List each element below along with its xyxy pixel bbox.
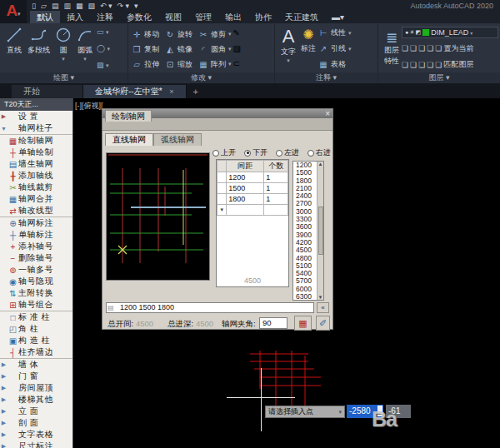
scroll-down-icon[interactable]: ▼ [318, 295, 323, 300]
draw-panel-label[interactable]: 绘图 ▾ [0, 72, 128, 83]
sidebar-item[interactable]: ▦绘制轴网 [0, 135, 72, 147]
sidebar-item[interactable]: ▶立 面 [0, 406, 72, 417]
layers-panel-label[interactable]: 图层 ▾ [378, 72, 500, 83]
table-row[interactable]: 1500 1 [218, 183, 288, 194]
match-layer-button[interactable]: ❏❏❏❏❏ 匹配图层 [402, 58, 498, 71]
text-button[interactable]: A 文字 ▾ [278, 25, 298, 72]
sidebar-item[interactable]: ▶房间屋顶 [0, 382, 72, 394]
dialog-title-tab[interactable]: 绘制轴网 [105, 110, 152, 122]
new-drawing-button[interactable]: + [193, 85, 198, 98]
sidebar-item[interactable]: ▣构 造 柱 [0, 335, 72, 346]
count-cell[interactable]: 1 [264, 183, 288, 194]
annotation-panel-label[interactable]: 注释 ▾ [275, 72, 378, 83]
ribbon-tab[interactable]: 管理 [188, 11, 218, 23]
list-scrollbar[interactable]: ▲ ▼ [317, 162, 323, 300]
sidebar-item[interactable]: −删除轴号 [0, 252, 72, 264]
modify-tool-button[interactable]: ▦阵列▾ [198, 57, 232, 72]
dimension-button[interactable]: ✺ 标注 [298, 25, 318, 72]
sidebar-item[interactable]: ⇅主附转换 [0, 287, 72, 299]
chevron-down-icon[interactable]: ▾ [83, 56, 87, 62]
ribbon-tab[interactable]: 天正建筑 [278, 11, 325, 23]
sidebar-item[interactable]: ▶文字表格 [0, 429, 72, 441]
chevron-down-icon[interactable]: ▾ [62, 56, 65, 62]
grid-type-tab[interactable]: 弧线轴网 [153, 133, 202, 146]
sidebar-item[interactable]: ⊚一轴多号 [0, 264, 72, 276]
close-icon[interactable]: × [169, 87, 173, 96]
modify-tool-button[interactable]: ↻旋转 [165, 27, 195, 42]
modify-tool-button[interactable]: ▱拉伸 [132, 57, 162, 72]
sidebar-item[interactable]: ⊞轴号组合 [0, 299, 72, 311]
annotation-tool-button[interactable]: ↗引线▾ [318, 43, 352, 54]
line-button[interactable]: 直线 [3, 25, 25, 72]
annotation-tool-button[interactable]: ▦表格 [318, 59, 352, 70]
grid-angle-input[interactable]: 90 [259, 317, 288, 329]
spacing-key-input[interactable]: 1200 1500 1800 [106, 302, 314, 313]
ribbon-tab[interactable]: 输出 [218, 11, 248, 23]
ribbon-tab[interactable]: 视图 [158, 11, 188, 23]
sidebar-item[interactable]: ▶楼梯其他 [0, 394, 72, 406]
spacing-cell[interactable]: 1500 [227, 183, 264, 194]
modify-tool-button[interactable]: ⊡缩放 [165, 57, 195, 72]
set-current-layer-button[interactable]: ❏❏❏❏❏ 置为当前 [402, 42, 498, 55]
spacing-cell[interactable]: 1200 [227, 172, 264, 183]
pick-point-button[interactable]: ✐ [316, 316, 330, 331]
sidebar-item[interactable]: +添补轴号 [0, 241, 72, 252]
direction-radio[interactable]: 下开 [244, 147, 268, 158]
ribbon-tab[interactable]: 协作 [248, 11, 278, 23]
modify-extra-icon[interactable]: ✎ [233, 28, 241, 38]
draw-grid-ok-button[interactable]: ▦ [294, 316, 312, 331]
draw-extra-icon[interactable]: ▭ ▾ [97, 27, 110, 37]
modify-extra-icon[interactable]: ⊂ [233, 59, 241, 69]
polyline-button[interactable]: 多段线 [25, 25, 52, 72]
viewport-controls-label[interactable]: [-][俯视][ [75, 101, 103, 112]
count-cell[interactable]: 1 [264, 194, 288, 205]
sidebar-item[interactable]: ┼单轴标注 [0, 229, 72, 241]
ribbon-tab[interactable]: 默认 [30, 11, 60, 23]
list-value[interactable]: 6300 [293, 293, 318, 301]
table-row[interactable]: 1800 1 [218, 194, 288, 205]
axis-grid-preview[interactable] [106, 152, 210, 281]
modify-tool-button[interactable]: ✛移动 [132, 27, 162, 42]
sidebar-item[interactable]: ⊕轴网标注 [0, 217, 72, 229]
key-input-expand-button[interactable]: « [317, 302, 329, 313]
sidebar-item[interactable]: ┤柱齐墙边 [0, 346, 72, 358]
layer-dropdown[interactable]: ●☀◩ DIM_LEAD ▾ [402, 27, 498, 38]
direction-radio[interactable]: 左进 [276, 147, 299, 158]
row-dropdown-icon[interactable]: ▼ [218, 205, 227, 216]
layer-properties-button[interactable]: ≣ 图层 特性 [382, 25, 402, 72]
ribbon-tab[interactable]: 参数化 [120, 11, 158, 23]
application-menu-button[interactable]: A▾ [0, 0, 27, 23]
table-row[interactable]: 1200 1 [218, 172, 288, 183]
sidebar-item[interactable]: ▶设 置 [0, 111, 72, 122]
start-tab[interactable]: 开始 [12, 85, 83, 98]
scroll-up-icon[interactable]: ▲ [318, 162, 323, 167]
sidebar-item[interactable]: ╂添加轴线 [0, 170, 72, 182]
grid-type-tab[interactable]: 直线轴网 [105, 133, 153, 146]
sidebar-item[interactable]: ▶尺寸标注 [0, 441, 72, 448]
direction-radio[interactable]: 上开 [212, 147, 236, 158]
sidebar-item[interactable]: ✂轴线裁剪 [0, 182, 72, 193]
ribbon-tab[interactable]: 注释 [90, 11, 120, 23]
annotation-tool-button[interactable]: ⊢线性▾ [318, 27, 352, 38]
drawing-tab[interactable]: 金城华府--左中堂* × [83, 85, 187, 98]
spacing-cell[interactable]: 1800 [227, 194, 264, 205]
ribbon-tab[interactable]: 插入 [60, 11, 90, 23]
modify-tool-button[interactable]: ❐复制 [132, 42, 162, 57]
draw-extra-icon[interactable]: ◯ ▾ [97, 44, 110, 53]
sidebar-item[interactable]: ⇄轴改线型 [0, 205, 72, 217]
sidebar-item[interactable]: ◉轴号隐现 [0, 276, 72, 287]
sidebar-item[interactable]: ▼轴网柱子 [0, 122, 72, 134]
spacing-value-list[interactable]: 1200150018002100240027003000330036003900… [292, 161, 324, 301]
circle-button[interactable]: 圆 ▾ [52, 25, 74, 72]
modify-panel-label[interactable]: 修改 ▾ [128, 72, 274, 83]
arc-button[interactable]: 圆弧 ▾ [74, 25, 96, 72]
sidebar-item[interactable]: ◰角 柱 [0, 323, 72, 335]
sidebar-header[interactable]: T20天正... [0, 98, 72, 111]
spacing-table[interactable]: 间距 个数 1200 1 1500 1 1800 [216, 159, 289, 287]
draw-extra-icon[interactable]: ▨ ▾ [97, 61, 110, 70]
table-new-row[interactable]: ▼ [218, 205, 288, 216]
sidebar-item[interactable]: □标 准 柱 [0, 311, 72, 323]
sidebar-item[interactable]: ▶墙 体 [0, 359, 72, 371]
modify-tool-button[interactable]: ◜圆角▾ [198, 42, 232, 57]
close-icon[interactable]: × [325, 109, 330, 118]
